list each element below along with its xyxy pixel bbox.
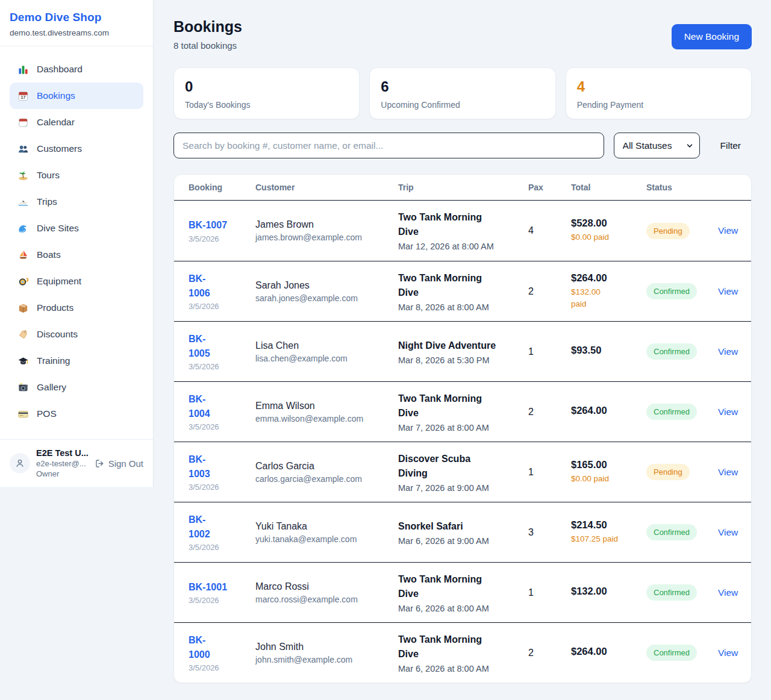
booking-date: 3/5/2026 xyxy=(189,422,247,431)
page-title-block: Bookings 8 total bookings xyxy=(173,18,242,51)
search-input[interactable] xyxy=(173,133,604,158)
table-row: BK- 10043/5/2026 Emma Wilsonemma.wilson@… xyxy=(174,381,751,442)
column-header-total: Total xyxy=(571,183,646,192)
sidebar-item-bookings[interactable]: 17 Bookings xyxy=(10,83,143,109)
booking-number-link[interactable]: BK-1001 xyxy=(189,580,247,594)
status-badge: Confirmed xyxy=(646,404,697,420)
label-tag-icon xyxy=(17,328,29,340)
page-subtitle: 8 total bookings xyxy=(173,40,242,51)
booking-date: 3/5/2026 xyxy=(189,663,247,672)
stats-cards: 0 Today's Bookings 6 Upcoming Confirmed … xyxy=(173,67,752,119)
brand-header: Demo Dive Shop demo.test.divestreams.com xyxy=(0,0,153,46)
sidebar-item-label: Boats xyxy=(37,249,61,260)
customer-name: Emma Wilson xyxy=(255,401,390,411)
sidebar-item-label: Tours xyxy=(37,170,60,181)
booking-number-link[interactable]: BK- 1003 xyxy=(189,452,247,480)
view-link[interactable]: View xyxy=(718,346,738,357)
camera-flash-icon xyxy=(17,381,29,393)
sidebar-item-calendar[interactable]: Calendar xyxy=(10,109,143,136)
sidebar-item-equipment[interactable]: Equipment xyxy=(10,268,143,295)
view-link[interactable]: View xyxy=(718,527,738,537)
trip-datetime: Mar 7, 2026 at 8:00 AM xyxy=(398,423,520,433)
customer-name: Lisa Chen xyxy=(255,340,390,351)
view-link[interactable]: View xyxy=(718,225,738,236)
booking-number-link[interactable]: BK- 1004 xyxy=(189,392,247,420)
customer-email: carlos.garcia@example.com xyxy=(255,474,390,484)
customer-email: lisa.chen@example.com xyxy=(255,354,390,363)
people-icon xyxy=(17,143,29,155)
stat-value: 6 xyxy=(381,78,544,95)
sidebar-item-label: Trips xyxy=(37,196,57,207)
pax-count: 2 xyxy=(528,407,571,417)
table-row: BK- 10023/5/2026 Yuki Tanakayuki.tanaka@… xyxy=(174,502,751,562)
sidebar-item-discounts[interactable]: Discounts xyxy=(10,321,143,348)
view-link[interactable]: View xyxy=(718,407,738,417)
trip-datetime: Mar 6, 2026 at 8:00 AM xyxy=(398,664,520,673)
trip-name: Night Dive Adventure xyxy=(398,339,520,353)
column-header-pax: Pax xyxy=(528,183,571,192)
pax-count: 2 xyxy=(528,286,571,297)
booking-number-link[interactable]: BK- 1005 xyxy=(189,332,247,360)
pax-count: 1 xyxy=(528,346,571,357)
page-title: Bookings xyxy=(173,18,242,36)
brand-name: Demo Dive Shop xyxy=(10,11,143,24)
filter-bar: All Statuses Filter xyxy=(173,133,752,158)
stat-card-todays-bookings: 0 Today's Bookings xyxy=(173,67,360,119)
sidebar-item-label: POS xyxy=(37,408,57,419)
sidebar-item-dashboard[interactable]: Dashboard xyxy=(10,56,143,83)
water-wave-icon xyxy=(17,222,29,234)
user-info: E2E Test U... e2e-tester@... Owner xyxy=(36,448,89,478)
sidebar-item-tours[interactable]: Tours xyxy=(10,162,143,189)
total-amount: $264.00 xyxy=(571,646,638,657)
filter-button[interactable]: Filter xyxy=(720,140,741,151)
view-link[interactable]: View xyxy=(718,286,738,296)
status-select[interactable]: All Statuses xyxy=(614,133,700,158)
sidebar-item-dive-sites[interactable]: Dive Sites xyxy=(10,215,143,242)
sidebar-item-boats[interactable]: Boats xyxy=(10,242,143,268)
total-amount: $528.00 xyxy=(571,217,638,229)
paid-amount: $132.00 paid xyxy=(571,286,626,311)
status-badge: Confirmed xyxy=(646,584,697,601)
view-link[interactable]: View xyxy=(718,587,738,598)
booking-number-link[interactable]: BK- 1002 xyxy=(189,513,247,540)
user-role: Owner xyxy=(36,469,89,478)
customer-email: james.brown@example.com xyxy=(255,233,390,242)
sidebar-item-products[interactable]: Products xyxy=(10,295,143,321)
svg-text:17: 17 xyxy=(20,95,25,100)
total-amount: $264.00 xyxy=(571,405,638,416)
stat-label: Upcoming Confirmed xyxy=(381,100,544,110)
sidebar-item-gallery[interactable]: Gallery xyxy=(10,374,143,401)
trip-name: Two Tank Morning Dive xyxy=(398,633,520,661)
page-header: Bookings 8 total bookings New Booking xyxy=(173,18,752,51)
trip-name: Two Tank Morning Dive xyxy=(398,210,520,239)
sidebar-item-training[interactable]: Training xyxy=(10,348,143,374)
booking-number-link[interactable]: BK-1007 xyxy=(189,218,247,232)
sign-out-button[interactable]: Sign Out xyxy=(95,458,143,469)
bar-chart-icon xyxy=(17,63,29,75)
table-row: BK- 10053/5/2026 Lisa Chenlisa.chen@exam… xyxy=(174,321,751,381)
customer-name: James Brown xyxy=(255,219,390,230)
customer-name: Marco Rossi xyxy=(255,581,390,592)
user-email: e2e-tester@... xyxy=(36,459,89,468)
sidebar-item-pos[interactable]: POS xyxy=(10,401,143,427)
booking-date: 3/5/2026 xyxy=(189,483,247,492)
status-badge: Confirmed xyxy=(646,645,697,661)
pax-count: 1 xyxy=(528,587,571,598)
view-link[interactable]: View xyxy=(718,648,738,658)
new-booking-button[interactable]: New Booking xyxy=(672,24,752,49)
sidebar-item-customers[interactable]: Customers xyxy=(10,136,143,162)
total-amount: $93.50 xyxy=(571,345,638,356)
package-icon xyxy=(17,302,29,314)
table-row: BK-10013/5/2026 Marco Rossimarco.rossi@e… xyxy=(174,562,751,622)
paid-amount: $0.00 paid xyxy=(571,231,626,243)
sidebar-item-trips[interactable]: Trips xyxy=(10,189,143,215)
view-link[interactable]: View xyxy=(718,467,738,477)
sailboat-icon xyxy=(17,249,29,261)
column-header-status: Status xyxy=(646,183,718,192)
logout-icon xyxy=(95,458,105,469)
stat-card-pending-payment: 4 Pending Payment xyxy=(566,67,752,119)
booking-number-link[interactable]: BK- 1006 xyxy=(189,272,247,299)
stat-label: Today's Bookings xyxy=(185,100,348,110)
trip-datetime: Mar 8, 2026 at 5:30 PM xyxy=(398,355,520,365)
booking-number-link[interactable]: BK- 1000 xyxy=(189,633,247,661)
